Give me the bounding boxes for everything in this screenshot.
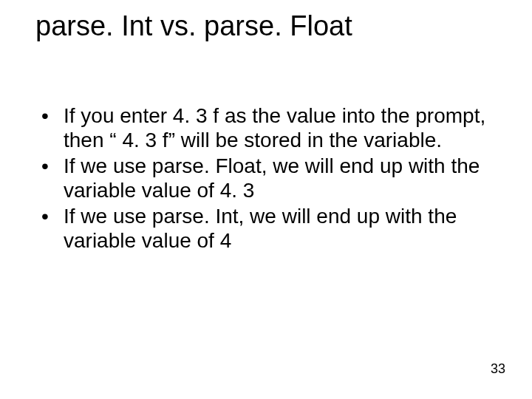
slide-title: parse. Int vs. parse. Float: [35, 10, 352, 42]
slide-body: If you enter 4. 3 f as the value into th…: [37, 103, 488, 254]
bullet-list: If you enter 4. 3 f as the value into th…: [37, 103, 488, 253]
slide: parse. Int vs. parse. Float If you enter…: [0, 0, 532, 399]
list-item: If we use parse. Float, we will end up w…: [37, 154, 488, 202]
page-number: 33: [491, 361, 505, 377]
bullet-text: If we use parse. Int, we will end up wit…: [64, 205, 457, 252]
bullet-text: If you enter 4. 3 f as the value into th…: [64, 104, 485, 151]
bullet-text: If we use parse. Float, we will end up w…: [64, 154, 480, 202]
list-item: If we use parse. Int, we will end up wit…: [37, 204, 488, 253]
list-item: If you enter 4. 3 f as the value into th…: [37, 103, 488, 152]
